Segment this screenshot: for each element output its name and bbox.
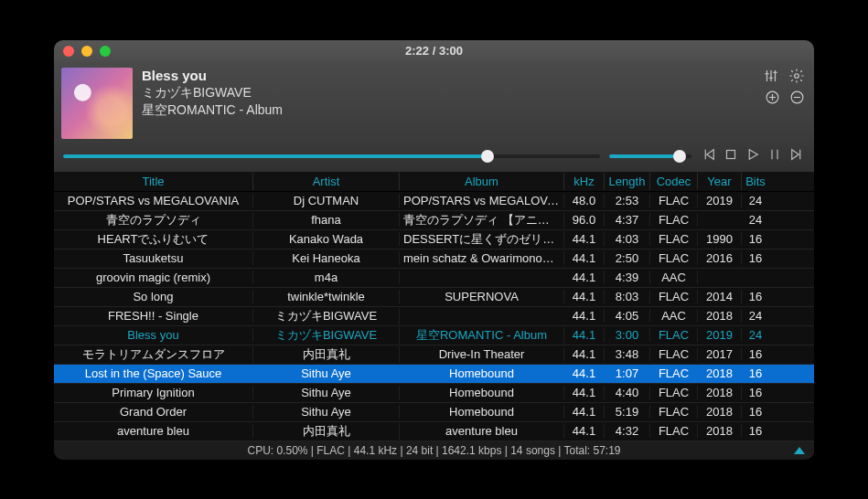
equalizer-icon[interactable] (763, 68, 779, 88)
table-row[interactable]: POP/STARS vs MEGALOVANIADj CUTMANPOP/STA… (54, 192, 814, 211)
gear-icon[interactable] (788, 68, 805, 88)
cell-year: 2018 (698, 309, 742, 323)
cell-album: mein schatz & Owarimonogat... (400, 251, 564, 265)
table-row[interactable]: Bless youミカヅキBIGWAVE星空ROMANTIC - Album44… (54, 326, 814, 345)
cell-codec: FLAC (650, 232, 698, 246)
cell-khz: 44.1 (564, 405, 605, 419)
cell-bits: 16 (742, 386, 769, 399)
cell-codec: FLAC (650, 405, 698, 419)
cell-title: Tasuuketsu (54, 251, 253, 265)
cell-bits: 16 (742, 347, 769, 361)
table-row[interactable]: So longtwinkle*twinkleSUPERNOVA44.18:03F… (54, 288, 814, 307)
cell-artist: fhana (253, 213, 400, 227)
cell-album: 青空のラプソディ 【アニメ盤】 (400, 212, 564, 228)
cell-title: FRESH!! - Single (54, 309, 253, 323)
track-album: 星空ROMANTIC - Album (142, 102, 805, 119)
next-icon[interactable] (788, 146, 805, 166)
cell-title: HEARTでふりむいて (54, 231, 253, 248)
titlebar[interactable]: 2:22 / 3:00 (54, 40, 814, 62)
volume-slider[interactable] (609, 151, 691, 162)
cell-year: 1990 (698, 232, 742, 246)
cell-khz: 44.1 (564, 290, 605, 303)
cell-bits: 16 (742, 366, 769, 380)
minus-icon[interactable] (789, 90, 805, 109)
cell-codec: FLAC (650, 290, 698, 303)
col-album[interactable]: Album (400, 173, 564, 190)
cell-album: Homebound (400, 386, 564, 399)
cell-artist: Sithu Aye (253, 386, 400, 399)
traffic-lights (63, 46, 111, 57)
cell-codec: AAC (650, 271, 698, 284)
cell-bits: 16 (742, 232, 769, 246)
col-length[interactable]: Length (605, 173, 650, 190)
cell-khz: 44.1 (564, 328, 605, 342)
expand-icon[interactable] (794, 447, 805, 454)
cell-album: DESSERTに星くずのゼリーを (400, 231, 564, 248)
plus-icon[interactable] (765, 90, 780, 109)
minimize-icon[interactable] (81, 46, 92, 57)
pause-icon[interactable] (766, 146, 783, 166)
table-row[interactable]: groovin magic (remix)m4a44.14:39AAC (54, 269, 814, 288)
cell-codec: FLAC (650, 366, 698, 380)
cell-title: Lost in the (Space) Sauce (54, 366, 253, 380)
col-codec[interactable]: Codec (650, 173, 698, 190)
play-icon[interactable] (745, 146, 761, 166)
cell-khz: 44.1 (564, 366, 605, 380)
previous-icon[interactable] (701, 146, 717, 166)
col-artist[interactable]: Artist (253, 173, 400, 190)
cell-codec: FLAC (650, 328, 698, 342)
cell-length: 4:03 (605, 232, 650, 246)
now-playing-meta: Bless you ミカヅキBIGWAVE 星空ROMANTIC - Album (142, 68, 805, 139)
col-title[interactable]: Title (54, 173, 253, 190)
cell-artist: twinkle*twinkle (253, 290, 400, 303)
cell-codec: FLAC (650, 251, 698, 265)
header-icons-bottom (765, 90, 805, 109)
cell-bits: 24 (742, 194, 769, 207)
zoom-icon[interactable] (100, 46, 111, 57)
header-icons-top (763, 68, 805, 88)
table-row[interactable]: FRESH!! - SingleミカヅキBIGWAVE44.14:05AAC20… (54, 307, 814, 326)
cell-length: 8:03 (605, 290, 650, 303)
cell-title: POP/STARS vs MEGALOVANIA (54, 194, 253, 207)
cell-bits: 16 (742, 290, 769, 303)
cell-year: 2016 (698, 251, 742, 265)
cell-artist: ミカヅキBIGWAVE (253, 308, 400, 324)
table-row[interactable]: TasuuketsuKei Haneokamein schatz & Owari… (54, 250, 814, 269)
cell-bits: 24 (742, 213, 769, 227)
table-row[interactable]: aventure bleu内田真礼aventure bleu44.14:32FL… (54, 422, 814, 441)
cell-artist: Dj CUTMAN (253, 194, 400, 207)
table-row[interactable]: Grand OrderSithu AyeHomebound44.15:19FLA… (54, 403, 814, 422)
album-art[interactable] (61, 68, 133, 139)
cell-length: 4:05 (605, 309, 650, 323)
cell-length: 4:37 (605, 213, 650, 227)
cell-artist: Sithu Aye (253, 366, 400, 380)
cell-length: 4:40 (605, 386, 650, 399)
col-khz[interactable]: kHz (564, 173, 605, 190)
cell-album: SUPERNOVA (400, 290, 564, 303)
table-row[interactable]: モラトリアムダンスフロア内田真礼Drive-In Theater44.13:48… (54, 345, 814, 365)
cell-year: 2017 (698, 347, 742, 361)
stop-icon[interactable] (723, 146, 739, 166)
close-icon[interactable] (63, 46, 74, 57)
cell-khz: 44.1 (564, 309, 605, 323)
cell-codec: FLAC (650, 386, 698, 399)
table-header[interactable]: Title Artist Album kHz Length Codec Year… (54, 172, 814, 192)
cell-length: 1:07 (605, 366, 650, 380)
table-row[interactable]: 青空のラプソディfhana青空のラプソディ 【アニメ盤】96.04:37FLAC… (54, 211, 814, 230)
cell-length: 2:53 (605, 194, 650, 207)
cell-title: groovin magic (remix) (54, 271, 253, 284)
col-year[interactable]: Year (698, 173, 742, 190)
svg-rect-3 (727, 150, 735, 158)
table-row[interactable]: Lost in the (Space) SauceSithu AyeHomebo… (54, 365, 814, 384)
cell-khz: 96.0 (564, 213, 605, 227)
cell-year: 2018 (698, 405, 742, 419)
seek-slider[interactable] (63, 151, 600, 162)
col-bits[interactable]: Bits (742, 173, 769, 190)
cell-khz: 48.0 (564, 194, 605, 207)
cell-codec: FLAC (650, 194, 698, 207)
table-row[interactable]: Primary IgnitionSithu AyeHomebound44.14:… (54, 384, 814, 403)
table-row[interactable]: HEARTでふりむいてKanako WadaDESSERTに星くずのゼリーを44… (54, 230, 814, 250)
cell-khz: 44.1 (564, 271, 605, 284)
controls-row (54, 143, 814, 172)
cell-codec: AAC (650, 309, 698, 323)
